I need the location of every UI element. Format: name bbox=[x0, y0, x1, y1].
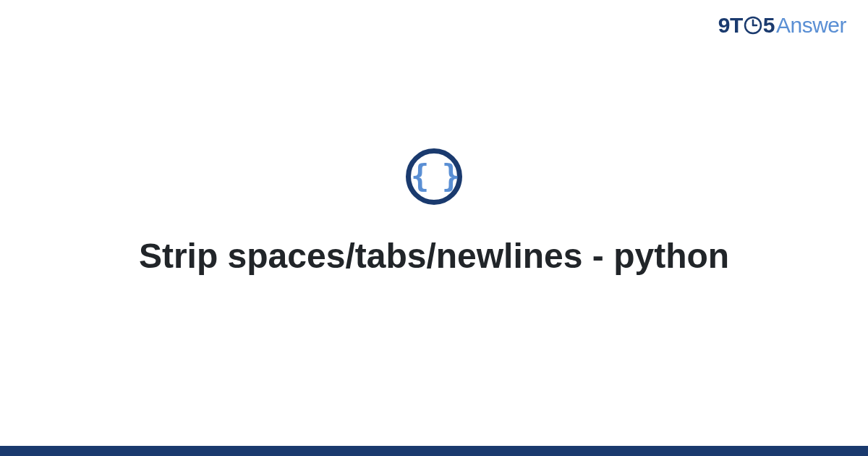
braces-icon: { } bbox=[411, 161, 457, 192]
category-icon-circle: { } bbox=[406, 148, 462, 205]
main-content: { } Strip spaces/tabs/newlines - python bbox=[0, 0, 868, 456]
footer-accent-bar bbox=[0, 446, 868, 456]
page-title: Strip spaces/tabs/newlines - python bbox=[110, 234, 758, 279]
